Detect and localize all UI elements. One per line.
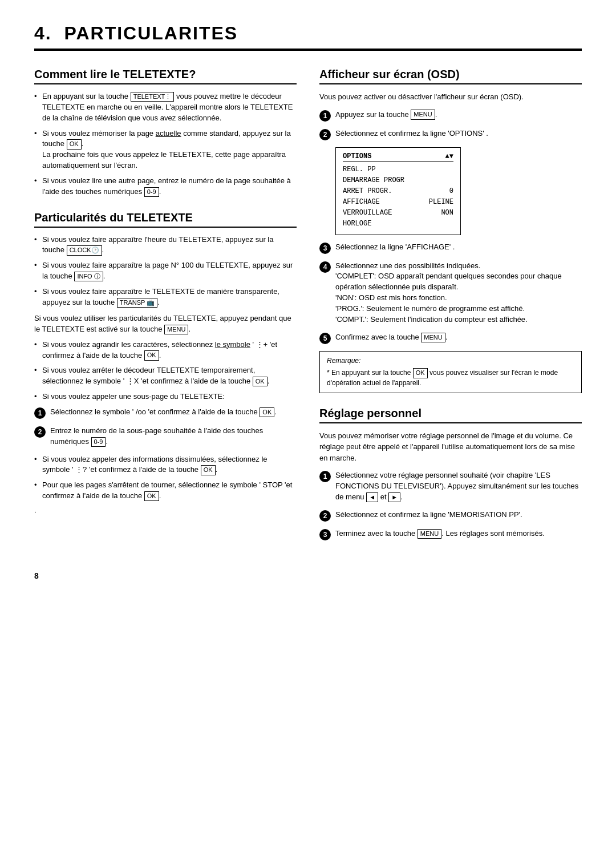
page-header: 4. PARTICULARITES: [34, 23, 582, 51]
list-item: Si vous voulez agrandir les caractères, …: [34, 340, 297, 361]
osd-step-2: 2 Sélectionnez et confirmez la ligne 'OP…: [319, 128, 582, 140]
list-item: Si vous voulez lire une autre page, entr…: [34, 176, 297, 197]
dot-spacer: ·: [34, 506, 297, 518]
list-item: Si vous voulez faire apparaître la page …: [34, 260, 297, 282]
chapter-title: PARTICULARITES: [64, 23, 238, 43]
remark-title: Remarque:: [327, 356, 574, 366]
reglage-step-3: 3 Terminez avec la touche MENU. Les régl…: [319, 528, 582, 540]
osd-intro: Vous pouvez activer ou désactiver l'affi…: [319, 91, 582, 103]
osd-menu-arrows: ▲▼: [445, 152, 453, 160]
list-item: Pour que les pages s'arrêtent de tourner…: [34, 480, 297, 502]
osd-row-regl: REGL. PP: [343, 164, 453, 175]
osd-step-3: 3 Sélectionnez la ligne 'AFFICHAGE' .: [319, 242, 582, 254]
list-item: Si vous voulez arrêter le décodeur TELET…: [34, 365, 297, 387]
list-item: Si vous voulez appeler des informations …: [34, 454, 297, 476]
info-key: INFO ⓘ: [74, 272, 103, 281]
osd-step-content-3: Sélectionnez la ligne 'AFFICHAGE' .: [335, 242, 582, 253]
osd-step-content-1: Appuyez sur la touche MENU.: [335, 110, 582, 120]
ok-key5: OK: [201, 465, 216, 475]
teletexte-features-list2: Si vous voulez agrandir les caractères, …: [34, 340, 297, 402]
list-item: Si vous voulez faire apparaître le TELET…: [34, 286, 297, 308]
list-item: Si vous voulez mémoriser la page actuell…: [34, 128, 297, 171]
list-item: En appuyant sur la touche TELETEXT⋮ vous…: [34, 91, 297, 124]
section-teletexte-features: Particularités du TELETEXTE Si vous voul…: [34, 211, 297, 518]
page-number: 8: [34, 571, 582, 580]
step-content-2: Entrez le numéro de la sous-page souhait…: [50, 426, 297, 447]
step-content-1: Sélectionnez le symbole ' /oo 'et confir…: [50, 407, 297, 418]
step-1-subpage: 1 Sélectionnez le symbole ' /oo 'et conf…: [34, 407, 297, 419]
section-title-teletexte-how: Comment lire le TELETEXTE?: [34, 68, 297, 84]
osd-row-verrouillage: VERROUILLAGENON: [343, 208, 453, 219]
osd-step-5: 5 Confirmez avec la touche MENU.: [319, 332, 582, 344]
osd-step-number-4: 4: [319, 261, 331, 273]
osd-step-number-5: 5: [319, 333, 331, 344]
teletext-key: TELETEXT⋮: [131, 92, 175, 102]
right-column: Afficheur sur écran (OSD) Vous pouvez ac…: [319, 68, 582, 554]
teletexte-features-list3: Si vous voulez appeler des informations …: [34, 454, 297, 502]
menu-key-osd1: MENU: [411, 110, 435, 119]
osd-row-arret: ARRET PROGR.0: [343, 186, 453, 197]
ok-key3: OK: [253, 377, 268, 386]
reglage-step-2: 2 Sélectionnez et confirmez la ligne 'ME…: [319, 510, 582, 522]
reglage-step-number-1: 1: [319, 471, 331, 482]
list-item: Si vous voulez faire apparaître l'heure …: [34, 235, 297, 256]
osd-menu-title: OPTIONS: [343, 152, 371, 160]
ok-key: OK: [67, 139, 82, 149]
transp-key: TRANSP 📺: [117, 298, 157, 308]
list-item: Si vous voulez appeler une sous-page du …: [34, 391, 297, 402]
reglage-step-1: 1 Sélectionnez votre réglage personnel s…: [319, 470, 582, 503]
osd-row-demarrage: DEMARRAGE PROGR: [343, 175, 453, 186]
menu-key-reglage: MENU: [418, 529, 441, 539]
osd-step-number-2: 2: [319, 129, 331, 140]
osd-step-1: 1 Appuyez sur la touche MENU.: [319, 110, 582, 122]
ok-key4: OK: [260, 407, 274, 417]
page-title: 4. PARTICULARITES: [34, 23, 582, 44]
osd-step-content-2: Sélectionnez et confirmez la ligne 'OPTI…: [335, 128, 582, 139]
osd-step-content-4: Sélectionnez une des possibilités indiqu…: [335, 261, 582, 325]
right-key: ►: [388, 492, 400, 502]
section-teletexte-how: Comment lire le TELETEXTE? En appuyant s…: [34, 68, 297, 197]
ok-key2: OK: [144, 350, 159, 360]
reglage-step-number-2: 2: [319, 510, 331, 522]
osd-step-content-5: Confirmez avec la touche MENU.: [335, 332, 582, 343]
osd-step-number-3: 3: [319, 243, 331, 254]
section-reglage-personnel: Réglage personnel Vous pouvez mémoriser …: [319, 407, 582, 540]
section-title-osd: Afficheur sur écran (OSD): [319, 68, 582, 84]
osd-row-horloge: HORLOGE: [343, 219, 453, 229]
osd-menu-header: OPTIONS ▲▼: [343, 152, 453, 162]
chapter-number: 4.: [34, 23, 52, 43]
reglage-intro: Vous pouvez mémoriser votre réglage pers…: [319, 430, 582, 464]
teletexte-features-para: Si vous voulez utiliser les particularit…: [34, 313, 297, 335]
reglage-step-number-3: 3: [319, 529, 331, 540]
remark-box-osd: Remarque: * En appuyant sur la touche OK…: [319, 351, 582, 393]
step-2-subpage: 2 Entrez le numéro de la sous-page souha…: [34, 426, 297, 447]
teletexte-how-list: En appuyant sur la touche TELETEXT⋮ vous…: [34, 91, 297, 197]
ok-key-remark: OK: [413, 368, 428, 378]
step-number-1: 1: [34, 407, 46, 419]
numeric-key: 0-9: [144, 187, 159, 197]
section-title-reglage: Réglage personnel: [319, 407, 582, 423]
content-grid: Comment lire le TELETEXTE? En appuyant s…: [34, 68, 582, 554]
osd-step-4: 4 Sélectionnez une des possibilités indi…: [319, 261, 582, 325]
menu-key-osd5: MENU: [421, 333, 445, 342]
ok-key6: OK: [144, 491, 159, 501]
reglage-step-content-3: Terminez avec la touche MENU. Les réglag…: [335, 528, 582, 539]
reglage-step-content-1: Sélectionnez votre réglage personnel sou…: [335, 470, 582, 503]
section-osd: Afficheur sur écran (OSD) Vous pouvez ac…: [319, 68, 582, 393]
reglage-step-content-2: Sélectionnez et confirmez la ligne 'MEMO…: [335, 510, 582, 520]
left-column: Comment lire le TELETEXTE? En appuyant s…: [34, 68, 297, 554]
osd-menu-box: OPTIONS ▲▼ REGL. PP DEMARRAGE PROGR ARRE…: [335, 147, 461, 235]
menu-key-inline: MENU: [164, 325, 188, 334]
left-key: ◄: [366, 492, 378, 502]
numeric-key2: 0-9: [91, 437, 106, 447]
section-title-teletexte-features: Particularités du TELETEXTE: [34, 211, 297, 228]
osd-row-affichage: AFFICHAGEPLEINE: [343, 197, 453, 208]
remark-text: * En appuyant sur la touche OK vous pouv…: [327, 368, 574, 388]
step-number-2: 2: [34, 426, 46, 438]
teletexte-features-list1: Si vous voulez faire apparaître l'heure …: [34, 235, 297, 308]
clock-key: CLOCK🕑: [67, 245, 102, 255]
osd-step-number-1: 1: [319, 110, 331, 122]
